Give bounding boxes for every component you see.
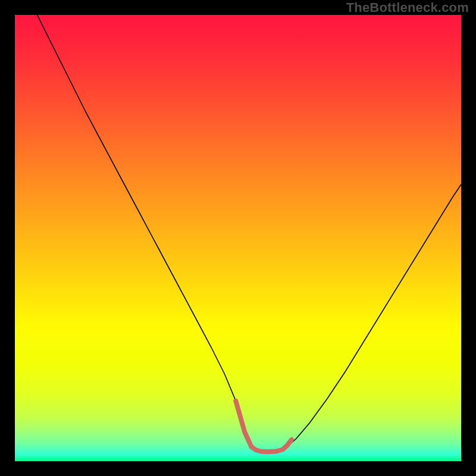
watermark-text: TheBottleneck.com (346, 0, 469, 15)
plot-svg (15, 15, 461, 461)
chart-frame: TheBottleneck.com (0, 0, 476, 476)
gradient-background (15, 15, 461, 461)
plot-area (15, 15, 461, 461)
